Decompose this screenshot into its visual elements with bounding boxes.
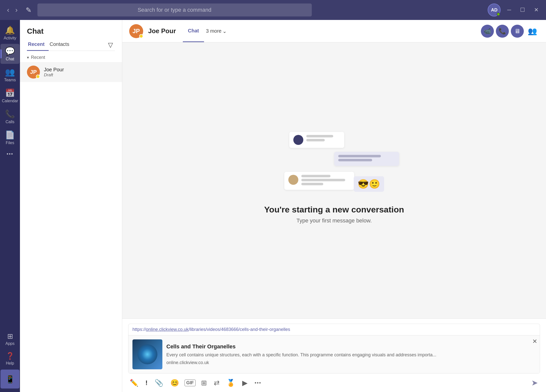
bubble-lines xyxy=(306,135,340,143)
content-header-tabs: Chat 3 more ⌄ xyxy=(183,20,229,42)
illustration-bubble-2 xyxy=(334,152,399,166)
sidebar-help-label: Help xyxy=(6,361,14,366)
content-tab-chat[interactable]: Chat xyxy=(183,20,204,42)
sidebar-item-label: Teams xyxy=(4,78,16,82)
chat-panel-tabs: Recent Contacts ▽ xyxy=(27,39,115,51)
format-button[interactable]: ✏️ xyxy=(128,378,140,388)
content-header-avatar: JP xyxy=(129,24,143,38)
send-icon: ➤ xyxy=(531,378,538,387)
emoji-button[interactable]: 😊 xyxy=(169,378,181,388)
conversation-title: You're starting a new conversation xyxy=(264,205,404,214)
minimize-button[interactable]: ─ xyxy=(505,6,514,14)
msg-line xyxy=(338,159,372,161)
chat-panel-title: Chat xyxy=(27,27,115,35)
sidebar-item-calendar[interactable]: 📅 Calendar xyxy=(0,86,19,106)
sidebar-item-label: Calls xyxy=(5,120,14,124)
send-button[interactable]: ➤ xyxy=(529,377,540,389)
sidebar-item-help[interactable]: ❓ Help xyxy=(0,349,19,368)
msg-line xyxy=(301,183,323,185)
more-tabs-button[interactable]: 3 more ⌄ xyxy=(204,28,229,34)
sidebar-item-activity[interactable]: 🔔 Activity xyxy=(0,23,19,43)
teams-icon: 👥 xyxy=(5,67,15,77)
praise-button[interactable]: 🏅 xyxy=(225,378,237,388)
sticker-icon: ⊞ xyxy=(201,379,207,387)
mobile-icon: 📱 xyxy=(5,375,15,384)
praise-icon: 🏅 xyxy=(226,379,235,387)
sidebar-item-teams[interactable]: 👥 Teams xyxy=(0,65,19,85)
link-card-domain: online.clickview.co.uk xyxy=(166,360,536,365)
attach-button[interactable]: 📎 xyxy=(153,378,165,388)
contact-status-indicator xyxy=(36,75,40,79)
sidebar-item-more[interactable]: ••• xyxy=(0,149,19,159)
gif-button[interactable]: GIF xyxy=(185,380,196,386)
contact-name: Joe Pour xyxy=(44,67,115,73)
compose-button[interactable]: ✎ xyxy=(24,5,33,15)
conversation-subtitle: Type your first message below. xyxy=(296,217,372,224)
link-card-title: Cells and Their Organelles xyxy=(166,343,536,350)
content-header: JP Joe Pour Chat 3 more ⌄ 📹 📞 🖥 xyxy=(122,20,546,42)
activity-icon: 🔔 xyxy=(5,25,15,35)
msg-line xyxy=(306,139,325,141)
sidebar-item-files[interactable]: 📄 Files xyxy=(0,128,19,148)
chevron-down-icon: ▾ xyxy=(27,55,29,60)
conversation-illustration: 😎🙂 xyxy=(264,127,404,197)
nav-buttons: ‹ › xyxy=(5,5,20,15)
bubble-lines xyxy=(301,175,350,187)
illustration-bubble-1 xyxy=(289,132,344,148)
chat-panel-header: Chat Recent Contacts ▽ xyxy=(20,20,122,51)
main-layout: 🔔 Activity 💬 Chat 👥 Teams 📅 Calendar 📞 C… xyxy=(0,20,546,392)
sidebar-item-calls[interactable]: 📞 Calls xyxy=(0,107,19,127)
link-anchor[interactable]: https://online.clickview.co.uk/libraries… xyxy=(132,327,290,332)
chat-contact-joe-pour[interactable]: JP Joe Pour Draft xyxy=(20,62,122,82)
calls-icon: 📞 xyxy=(5,109,15,119)
sidebar-item-chat[interactable]: 💬 Chat xyxy=(0,44,19,64)
content-header-actions: 📹 📞 🖥 👥 xyxy=(481,25,539,38)
important-button[interactable]: ! xyxy=(144,378,149,388)
close-button[interactable]: ✕ xyxy=(532,6,541,14)
link-url: https://online.clickview.co.uk/libraries… xyxy=(128,324,540,335)
msg-line xyxy=(301,175,331,177)
content-area: JP Joe Pour Chat 3 more ⌄ 📹 📞 🖥 xyxy=(122,20,546,392)
files-icon: 📄 xyxy=(5,130,15,140)
maximize-button[interactable]: ☐ xyxy=(518,6,528,14)
loop-icon: ⇄ xyxy=(214,379,219,387)
content-header-name: Joe Pour xyxy=(148,27,176,35)
loop-button[interactable]: ⇄ xyxy=(212,378,221,388)
phone-icon: 📞 xyxy=(499,28,506,35)
sidebar-item-mobile[interactable]: 📱 xyxy=(0,370,19,389)
filter-button[interactable]: ▽ xyxy=(106,40,115,50)
gif-icon: GIF xyxy=(186,380,194,386)
chat-icon: 💬 xyxy=(5,46,15,56)
avatar-status-indicator xyxy=(497,12,500,16)
add-people-button[interactable]: 👥 xyxy=(526,26,539,36)
video-icon: 📹 xyxy=(484,28,491,35)
user-avatar[interactable]: AD xyxy=(488,3,501,16)
sticker-button[interactable]: ⊞ xyxy=(200,378,208,388)
important-icon: ! xyxy=(145,379,148,387)
tab-recent[interactable]: Recent xyxy=(27,39,49,51)
share-screen-icon: 🖥 xyxy=(514,28,520,35)
chat-panel: Chat Recent Contacts ▽ ▾ Recent JP Joe P… xyxy=(20,20,122,392)
audio-call-button[interactable]: 📞 xyxy=(496,25,509,38)
record-button[interactable]: ▶ xyxy=(241,378,249,388)
link-preview: https://online.clickview.co.uk/libraries… xyxy=(128,324,540,374)
msg-line xyxy=(306,135,333,137)
more-options-button[interactable]: ••• xyxy=(253,379,263,387)
recent-label: Recent xyxy=(31,55,45,60)
share-screen-button[interactable]: 🖥 xyxy=(511,25,524,38)
tab-contacts[interactable]: Contacts xyxy=(49,39,73,51)
forward-button[interactable]: › xyxy=(13,5,19,15)
back-button[interactable]: ‹ xyxy=(5,5,11,15)
link-card-content: Cells and Their Organelles Every cell co… xyxy=(166,343,536,365)
search-input[interactable] xyxy=(37,3,312,16)
close-link-preview-button[interactable]: ✕ xyxy=(532,338,537,345)
compose-area: https://online.clickview.co.uk/libraries… xyxy=(122,318,546,392)
link-card: Cells and Their Organelles Every cell co… xyxy=(128,335,540,373)
video-call-button[interactable]: 📹 xyxy=(481,25,494,38)
mini-avatar-1 xyxy=(293,135,303,145)
sidebar-item-label: Calendar xyxy=(2,99,18,103)
sidebar-item-apps[interactable]: ⊞ Apps xyxy=(0,330,19,348)
contact-preview: Draft xyxy=(44,73,115,78)
contact-info: Joe Pour Draft xyxy=(44,67,115,78)
more-tabs-label: 3 more xyxy=(206,28,221,34)
